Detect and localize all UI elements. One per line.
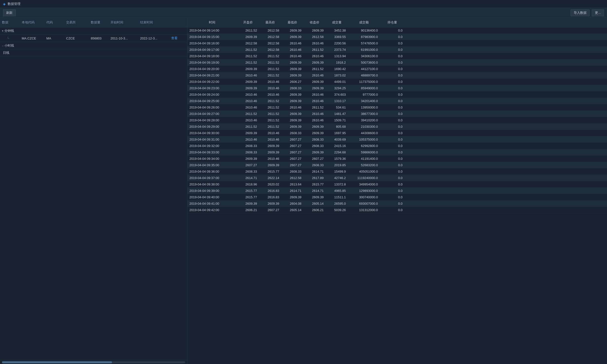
- rcell-13-7: 0.0: [380, 111, 405, 116]
- rcell-17-1: 2610.46: [237, 137, 259, 142]
- rcell-9-0: 2019-04-04 09:23:00: [187, 86, 237, 91]
- rcell-19-7: 0.0: [380, 150, 405, 155]
- col-count: 数据量: [89, 19, 109, 26]
- rcell-12-5: 534.61: [326, 105, 348, 110]
- rcell-20-2: 2610.46: [259, 156, 281, 161]
- rcell-11-6: 34201400.0: [348, 98, 380, 104]
- rcell-28-6: 131312000.0: [348, 207, 380, 213]
- col-exchange: 交易所: [64, 19, 89, 26]
- rcell-23-2: 2622.14: [259, 175, 281, 181]
- rcell-22-1: 2608.33: [237, 169, 259, 174]
- import-button[interactable]: 导入数据: [570, 9, 590, 16]
- rcell-11-2: 2611.52: [259, 98, 281, 104]
- table-row: 2019-04-04 09:20:002609.392611.522609.39…: [187, 66, 607, 72]
- cell-data-indent: └: [0, 36, 20, 41]
- rcell-15-6: 21030300.0: [348, 124, 380, 129]
- rcell-8-1: 2609.39: [237, 79, 259, 84]
- rcell-1-6: 87983900.0: [348, 34, 380, 39]
- view-button[interactable]: 查看: [170, 36, 179, 41]
- rcell-25-0: 2019-04-04 09:39:00: [187, 188, 237, 193]
- rcell-17-2: 2610.46: [259, 137, 281, 142]
- rcell-18-5: 2415.16: [326, 143, 348, 148]
- rcell-24-0: 2019-04-04 09:38:00: [187, 182, 237, 187]
- table-row: 2019-04-04 09:33:002608.332609.392607.27…: [187, 149, 607, 156]
- app-icon: ◈: [3, 2, 6, 6]
- rcell-18-6: 62992800.0: [348, 143, 380, 148]
- rcell-20-5: 1579.36: [326, 156, 348, 161]
- table-row: 2019-04-04 09:40:002615.772616.832609.39…: [187, 194, 607, 200]
- horizontal-scrollbar[interactable]: [2, 361, 185, 363]
- rcell-3-4: 2611.52: [303, 47, 326, 52]
- rcell-26-6: 300740000.0: [348, 195, 380, 200]
- rcell-11-5: 1310.17: [326, 98, 348, 104]
- rcell-3-1: 2611.52: [237, 47, 259, 52]
- rcell-4-2: 2611.52: [259, 54, 281, 59]
- rcell-4-5: 1313.94: [326, 54, 348, 59]
- rcell-7-5: 1873.02: [326, 73, 348, 78]
- rcell-15-5: 805.68: [326, 124, 348, 129]
- expand-icon-minute: ▾: [2, 29, 3, 33]
- table-row: └ MA.CZCE MA CZCE 856803 2011-10-3... 20…: [0, 35, 187, 42]
- rcell-2-7: 0.0: [380, 41, 405, 46]
- cell-code: MA: [44, 36, 64, 41]
- rcell-23-5: 42746.2: [326, 175, 348, 181]
- refresh-button[interactable]: 刷新: [3, 9, 16, 16]
- cell-view[interactable]: 查看: [168, 35, 187, 42]
- branch-icon: └: [7, 36, 11, 40]
- rcell-11-3: 2609.39: [281, 98, 303, 104]
- rcol-open: 开盘价: [237, 19, 259, 26]
- scrollbar-thumb[interactable]: [2, 361, 112, 363]
- group-minute-line[interactable]: ▾ 分钟线: [0, 27, 187, 35]
- rcell-15-7: 0.0: [380, 124, 405, 129]
- rcell-26-7: 0.0: [380, 195, 405, 200]
- rcell-4-4: 2610.46: [303, 54, 326, 59]
- table-row: 2019-04-04 09:37:002614.712622.142612.58…: [187, 175, 607, 181]
- rcell-26-0: 2019-04-04 09:40:00: [187, 195, 237, 200]
- rcell-10-4: 2610.46: [303, 92, 326, 97]
- rcell-28-3: 2605.14: [281, 207, 303, 213]
- bottom-scrollbar-bar: [0, 360, 187, 364]
- rcell-5-0: 2019-04-04 09:19:00: [187, 60, 237, 65]
- rcell-3-0: 2019-04-04 09:17:00: [187, 47, 237, 52]
- col-end-time: 结束时间: [138, 19, 168, 26]
- rcell-25-1: 2615.77: [237, 188, 259, 193]
- rcell-27-1: 2609.39: [237, 201, 259, 206]
- rcell-17-5: 4039.69: [326, 137, 348, 142]
- table-row: 2019-04-04 09:29:002611.522611.522609.39…: [187, 124, 607, 130]
- rcell-12-4: 2611.52: [303, 105, 326, 110]
- rcell-16-1: 2609.39: [237, 130, 259, 136]
- rcell-26-5: 11511.1: [326, 195, 348, 200]
- rcell-27-4: 2605.14: [303, 201, 326, 206]
- cell-local-code: MA.CZCE: [20, 36, 44, 41]
- rcell-0-1: 2611.52: [237, 28, 259, 33]
- group-hour-line[interactable]: – 小时线: [0, 42, 187, 49]
- rcell-3-7: 0.0: [380, 47, 405, 52]
- rcell-19-1: 2608.33: [237, 150, 259, 155]
- rcell-14-5: 1509.71: [326, 118, 348, 123]
- rcell-2-0: 2019-04-04 09:16:00: [187, 41, 237, 46]
- rcell-21-3: 2607.27: [281, 163, 303, 168]
- rcell-21-4: 2608.33: [303, 163, 326, 168]
- rcell-8-0: 2019-04-04 09:22:00: [187, 79, 237, 84]
- rcol-close: 收盘价: [303, 19, 326, 26]
- rcell-8-7: 0.0: [380, 79, 405, 84]
- rcell-28-4: 2606.21: [303, 207, 326, 213]
- group-day-line[interactable]: 日线: [0, 49, 187, 56]
- more-button[interactable]: 更...: [592, 9, 604, 16]
- rcell-24-1: 2618.96: [237, 182, 259, 187]
- rcell-14-7: 0.0: [380, 118, 405, 123]
- rcell-6-5: 1690.42: [326, 66, 348, 72]
- rcell-5-7: 0.0: [380, 60, 405, 65]
- rcell-6-0: 2019-04-04 09:20:00: [187, 66, 237, 72]
- rcell-19-2: 2609.39: [259, 150, 281, 155]
- rcell-28-2: 2607.27: [259, 207, 281, 213]
- table-row: 2019-04-04 09:22:002609.392610.462606.27…: [187, 79, 607, 85]
- rcell-27-6: 693007000.0: [348, 201, 380, 206]
- table-row: 2019-04-04 09:36:002608.332615.772608.33…: [187, 168, 607, 175]
- rcol-low: 最低价: [281, 19, 303, 26]
- rcell-21-6: 52683200.0: [348, 163, 380, 168]
- rcell-24-4: 2615.77: [303, 182, 326, 187]
- table-row: 2019-04-04 09:34:002609.392610.462607.27…: [187, 156, 607, 162]
- rcell-9-1: 2609.39: [237, 86, 259, 91]
- rcell-25-4: 2614.71: [303, 188, 326, 193]
